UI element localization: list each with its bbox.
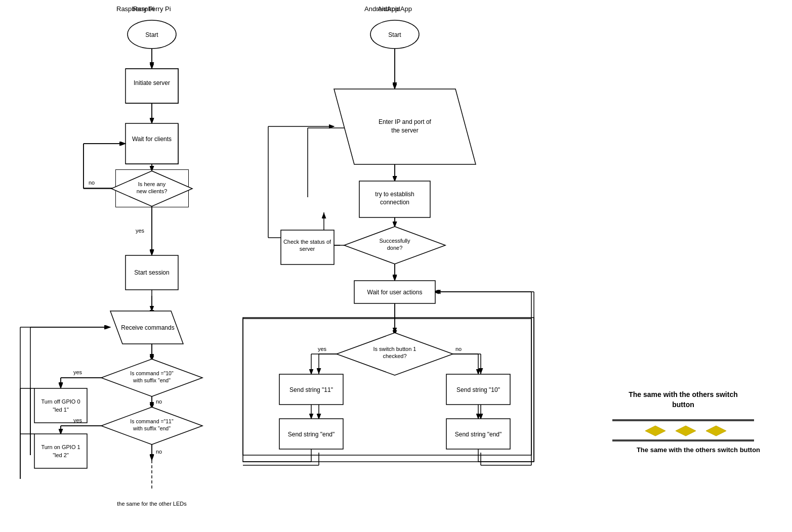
legend-title-line1: The same with the others switch	[629, 390, 738, 398]
rpi-gpio0-text1: Turn off GPIO 0	[41, 398, 80, 405]
rpi-cmd10-text1: Is command ="10"	[130, 370, 174, 376]
legend-diamond2	[676, 426, 696, 436]
label-no2: no	[156, 398, 162, 405]
label-yes3: yes	[73, 417, 82, 423]
label-yes4: yes	[318, 346, 327, 352]
rpi-receive-text: Receive commands	[121, 324, 174, 331]
rpi-gpio0-text2: "led 1"	[53, 407, 69, 413]
android-title: AndroidApp	[378, 5, 412, 13]
raspberry-pi-title: Raspberry Pi	[133, 5, 171, 13]
legend-title-line2: button	[672, 401, 694, 409]
main-svg: Raspberry Pi Start Initiate server Wait …	[0, 0, 792, 532]
label-no3: no	[156, 449, 162, 455]
rpi-gpio1-rect	[34, 434, 87, 468]
label-no5: no	[455, 346, 462, 352]
app-switch-text2: checked?	[383, 353, 406, 359]
app-send11-text: Send string "11"	[289, 386, 333, 393]
label-yes1: yes	[136, 228, 145, 234]
rpi-start-text: Start	[145, 31, 158, 38]
app-waituser-text: Wait for user actions	[367, 289, 423, 296]
app-sendend1-text: Send string "end"	[288, 431, 335, 438]
app-start-text: Start	[388, 31, 401, 38]
app-success-text2: done?	[387, 245, 403, 251]
rpi-gpio1-text2: "led 2"	[53, 452, 69, 458]
same-leds-text: the same for the other LEDs	[117, 501, 187, 507]
rpi-clients-diamond-text1: Is here any	[138, 181, 166, 187]
rpi-wait-text: Wait for clients	[132, 136, 172, 143]
app-tryconnect-text2: connection	[380, 199, 409, 206]
app-checkstatus-text1: Check the status of	[283, 239, 331, 245]
app-enterip-text1: Enter IP and port of	[379, 118, 432, 125]
app-sendend2-text: Send string "end"	[455, 431, 502, 438]
app-tryconnect-text1: try to establish	[375, 191, 414, 198]
app-send10-text: Send string "10"	[456, 386, 500, 393]
rpi-clients-diamond-text2: new clients?	[137, 188, 168, 194]
app-success-text1: Successfully	[379, 238, 410, 244]
rpi-session-text: Start session	[134, 269, 169, 276]
legend-diamond1	[645, 426, 665, 436]
app-checkstatus-text2: server	[300, 246, 315, 252]
rpi-cmd11-text2: with suffix "end"	[133, 425, 171, 431]
app-enterip-text2: the server	[391, 127, 418, 134]
rpi-initiate-text: Initiate server	[134, 79, 170, 86]
rpi-cmd11-text1: Is command ="11"	[130, 418, 174, 424]
label-yes2: yes	[73, 369, 82, 375]
rpi-cmd10-text2: with suffix "end"	[133, 377, 171, 383]
label-no1: no	[89, 180, 95, 186]
rpi-gpio1-text1: Turn on GPIO 1	[41, 444, 80, 450]
legend-diamond3	[706, 426, 726, 436]
app-switch-text1: Is switch button 1	[373, 346, 416, 352]
rpi-wait-rect	[126, 123, 178, 164]
